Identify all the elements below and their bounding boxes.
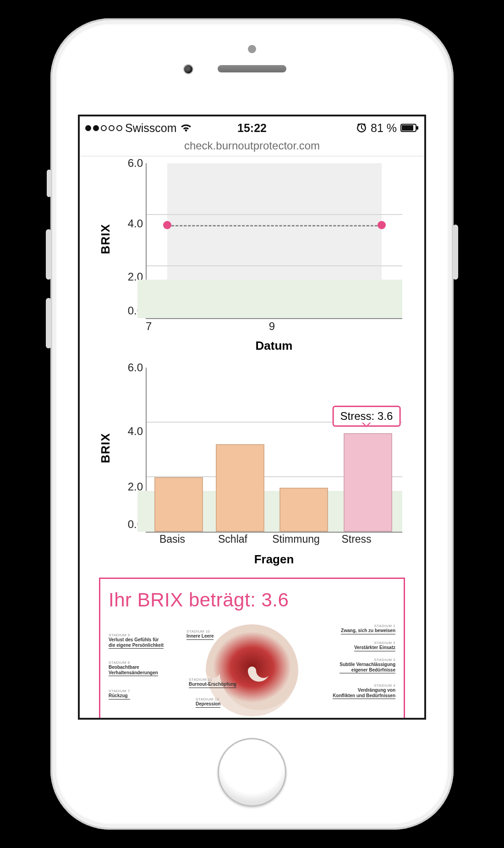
- svg-rect-2: [402, 125, 413, 131]
- y-tick: 6.0: [117, 157, 143, 170]
- page-content[interactable]: BRIX 6.0 4.0 2.0 0.0: [80, 157, 424, 718]
- stage-10: STADIUM 10 Innere Leere: [186, 629, 214, 640]
- result-card: Ihr BRIX beträgt: 3.6: [99, 578, 405, 718]
- stage-3: STADIUM 3 Subtile Vernachlässigungeigene…: [340, 658, 395, 673]
- stage-8: STADIUM 8 BeobachtbareVerhaltensänderung…: [109, 661, 158, 676]
- data-point: [378, 221, 386, 229]
- battery-label: 81 %: [371, 121, 397, 135]
- volume-up-button[interactable]: [46, 229, 51, 280]
- iphone-frame: Swisscom 15:22 81 % check.burnoutpro: [50, 18, 454, 830]
- status-bar: Swisscom 15:22 81 %: [80, 116, 424, 139]
- phone-bezel: Swisscom 15:22 81 % check.burnoutpro: [55, 23, 449, 825]
- result-title: Ihr BRIX beträgt: 3.6: [109, 589, 395, 611]
- battery-icon: [400, 124, 419, 132]
- stage-7: STADIUM 7 Rückzug: [109, 689, 130, 699]
- x-ticks: 7 9: [146, 320, 402, 333]
- power-button[interactable]: [453, 225, 458, 280]
- healthy-band: [137, 280, 402, 319]
- x-tick: Stimmung: [272, 533, 320, 545]
- plot-area: Stress: 3.6: [146, 368, 402, 533]
- url-bar[interactable]: check.burnoutprotector.com: [80, 139, 424, 156]
- gridline: [147, 265, 402, 266]
- wifi-icon: [180, 123, 192, 133]
- svg-rect-1: [416, 126, 418, 130]
- earpiece-speaker: [218, 65, 286, 72]
- bar-basis: [154, 477, 203, 532]
- bar-stress: [344, 433, 392, 532]
- volume-down-button[interactable]: [46, 298, 51, 348]
- x-tick: 7: [146, 320, 152, 333]
- signal-icon: [85, 125, 122, 131]
- x-tick: Stress: [341, 533, 371, 545]
- x-tick: Basis: [159, 533, 185, 545]
- x-tick: 9: [269, 320, 275, 333]
- front-camera: [183, 64, 193, 74]
- x-axis-label: Datum: [146, 339, 402, 353]
- mute-switch[interactable]: [47, 170, 51, 197]
- carrier-label: Swisscom: [125, 121, 177, 135]
- chart-brix-per-question: BRIX 6.0 4.0 2.0 0.0: [95, 363, 416, 569]
- stage-2: STADIUM 2 Verstärkter Einsatz: [354, 641, 395, 651]
- bar-schlaf: [216, 444, 264, 532]
- stage-12: STADIUM 12 Depression: [196, 697, 220, 708]
- x-axis-label: Fragen: [146, 552, 402, 567]
- clock-label: 15:22: [237, 121, 267, 135]
- stages-diagram: STADIUM 9 Verlust des Gefühls fürdie eig…: [109, 616, 395, 716]
- x-tick: Schlaf: [218, 533, 247, 545]
- proximity-sensor: [248, 45, 256, 53]
- stage-9: STADIUM 9 Verlust des Gefühls fürdie eig…: [109, 633, 164, 649]
- y-tick: 6.0: [117, 361, 143, 374]
- stage-4: STADIUM 4 Verdrängung vonKonflikten und …: [333, 683, 395, 699]
- y-tick: 4.0: [117, 217, 143, 230]
- data-point: [163, 221, 171, 229]
- y-axis-label: BRIX: [95, 159, 116, 319]
- stage-11: STADIUM 11 Burnout-Erschöpfung: [189, 677, 236, 688]
- home-button[interactable]: [218, 738, 286, 807]
- y-axis-label: BRIX: [95, 363, 116, 533]
- chart-brix-over-time: BRIX 6.0 4.0 2.0 0.0: [95, 159, 416, 356]
- screen: Swisscom 15:22 81 % check.burnoutpro: [78, 115, 426, 720]
- plot-area: [146, 163, 402, 319]
- bar-stimmung: [279, 488, 328, 532]
- gridline: [147, 214, 402, 215]
- alarm-icon: [356, 122, 367, 133]
- trend-line: [167, 225, 382, 226]
- stage-1: STADIUM 1 Zwang, sich zu beweisen: [341, 624, 395, 634]
- y-tick: 4.0: [117, 425, 143, 438]
- bar-tooltip: Stress: 3.6: [333, 406, 401, 427]
